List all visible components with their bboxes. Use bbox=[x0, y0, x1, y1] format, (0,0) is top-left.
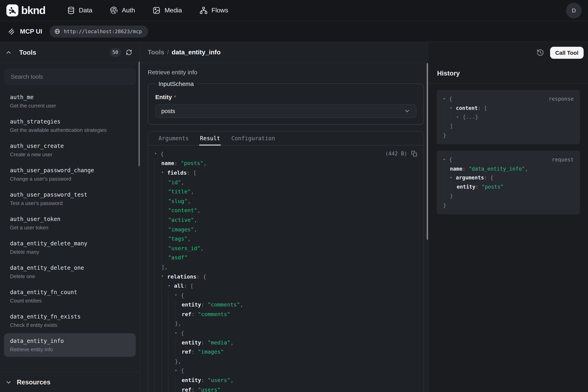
mcp-title: MCP UI bbox=[20, 28, 42, 35]
required-marker: * bbox=[174, 94, 176, 100]
json-punctuation: , bbox=[203, 160, 206, 166]
tool-description: Create a new user bbox=[10, 151, 130, 158]
globe-icon bbox=[54, 28, 60, 34]
collapse-triangle-icon[interactable]: ▾ bbox=[443, 158, 449, 162]
tool-list-item[interactable]: data_entity_infoRetrieve entity info bbox=[4, 333, 136, 357]
json-row: "title", bbox=[148, 187, 423, 196]
result-card: Arguments Result Configuration ▾{(442 B)… bbox=[148, 131, 424, 392]
tool-list-item[interactable]: auth_user_password_changeChange a user's… bbox=[4, 163, 136, 186]
breadcrumb-section[interactable]: Tools bbox=[148, 49, 164, 56]
tool-list-item[interactable]: data_entity_fn_countCount entities bbox=[4, 284, 136, 308]
json-string-value: "data_entity_info" bbox=[469, 166, 525, 172]
collapse-triangle-icon[interactable]: ▾ bbox=[161, 274, 167, 278]
indent-guide bbox=[161, 253, 168, 262]
tool-list-item[interactable]: data_entity_delete_oneDelete one bbox=[4, 260, 136, 284]
tool-list-item[interactable]: auth_user_createCreate a new user bbox=[4, 138, 136, 162]
json-key: name bbox=[161, 160, 174, 166]
json-string-value: "active" bbox=[168, 216, 194, 223]
json-punctuation: { bbox=[181, 368, 184, 374]
nav-item-media[interactable]: Media bbox=[153, 6, 182, 14]
tool-list-item[interactable]: auth_meGet the current user bbox=[4, 90, 136, 113]
indent-guide bbox=[443, 182, 450, 192]
app-window: bknd Data Auth bbox=[0, 0, 588, 392]
resources-section-title: Resources bbox=[17, 378, 50, 386]
tool-name: data_entity_delete_many bbox=[10, 240, 130, 247]
json-punctuation: , bbox=[188, 235, 191, 242]
json-key: arguments bbox=[456, 175, 484, 181]
json-punctuation: : { bbox=[196, 273, 206, 280]
chevron-up-icon[interactable] bbox=[5, 49, 11, 55]
nav-item-data[interactable]: Data bbox=[67, 6, 92, 14]
resources-section-header[interactable]: Resources bbox=[0, 372, 140, 392]
json-punctuation: : bbox=[192, 349, 198, 355]
history-panel: History ▾{response▾content: [▸{...}]}▾{r… bbox=[428, 63, 588, 392]
json-string-value: "users" bbox=[207, 377, 230, 383]
mcp-url: http://localhost:28623/mcp bbox=[64, 28, 142, 34]
tool-list-item[interactable]: data_entity_fn_existsCheck if entity exi… bbox=[4, 309, 136, 332]
json-string-value: "asdf" bbox=[168, 254, 188, 261]
expand-triangle-icon[interactable]: ▸ bbox=[457, 115, 463, 119]
tool-description: Change a user's password bbox=[10, 176, 130, 182]
collapse-triangle-icon[interactable]: ▾ bbox=[450, 106, 456, 110]
tool-list-item[interactable]: auth_user_tokenGet a user token bbox=[4, 212, 136, 235]
history-entry-card-response[interactable]: ▾{response▾content: [▸{...}]} bbox=[437, 90, 580, 144]
indent-guide bbox=[168, 366, 175, 375]
search-input[interactable] bbox=[4, 69, 136, 85]
json-row: entity: "comments", bbox=[148, 300, 423, 309]
main-scrollbar-thumb[interactable] bbox=[427, 63, 428, 240]
indent-guide bbox=[168, 356, 175, 366]
tool-list-item[interactable]: auth_strategiesGet the available authent… bbox=[4, 114, 136, 138]
indent-guide bbox=[155, 281, 161, 290]
collapse-triangle-icon[interactable]: ▾ bbox=[168, 284, 174, 288]
collapse-triangle-icon[interactable]: ▾ bbox=[175, 369, 181, 372]
indent-guide bbox=[161, 309, 168, 319]
indent-guide bbox=[161, 366, 168, 375]
json-row: "asdf" bbox=[148, 253, 423, 262]
history-icon[interactable] bbox=[537, 49, 544, 56]
collapse-triangle-icon[interactable]: ▾ bbox=[450, 176, 456, 180]
brand-logo[interactable]: bknd bbox=[6, 4, 45, 16]
indent-guide bbox=[161, 206, 168, 215]
mcp-bar: MCP UI http://localhost:28623/mcp bbox=[0, 21, 588, 42]
json-string-value: "content" bbox=[168, 207, 197, 214]
primary-nav: Data Auth Media bbox=[67, 6, 228, 14]
json-row: } bbox=[441, 192, 575, 200]
tab-arguments[interactable]: Arguments bbox=[153, 132, 195, 145]
history-entry-card-request[interactable]: ▾{requestname: "data_entity_info",▾argum… bbox=[437, 151, 580, 214]
entity-select[interactable]: posts bbox=[155, 104, 416, 118]
tool-list-item[interactable]: auth_user_password_testTest a user's pas… bbox=[4, 187, 136, 210]
nav-item-flows[interactable]: Flows bbox=[199, 6, 228, 14]
user-avatar[interactable]: D bbox=[566, 2, 582, 18]
collapse-triangle-icon[interactable]: ▾ bbox=[175, 331, 181, 335]
input-schema-fieldset: InputSchema Entity* posts bbox=[148, 80, 424, 125]
json-key: ref bbox=[182, 311, 192, 317]
collapse-triangle-icon[interactable]: ▾ bbox=[161, 171, 167, 174]
json-row: name: "posts", bbox=[148, 158, 423, 168]
json-row: }, bbox=[148, 356, 423, 366]
json-row: entity: "posts" bbox=[441, 182, 575, 192]
json-key: fields bbox=[167, 170, 187, 176]
tool-description: Get a user token bbox=[10, 224, 130, 231]
indent-guide bbox=[450, 182, 457, 192]
copy-icon[interactable] bbox=[411, 151, 417, 157]
collapse-triangle-icon[interactable]: ▾ bbox=[155, 152, 161, 156]
tab-result[interactable]: Result bbox=[195, 132, 226, 145]
call-tool-button[interactable]: Call Tool bbox=[550, 46, 584, 58]
collapse-triangle-icon[interactable]: ▾ bbox=[175, 293, 181, 297]
json-punctuation: : bbox=[174, 160, 181, 166]
sidebar-scrollbar-thumb[interactable] bbox=[139, 62, 140, 166]
mcp-url-pill[interactable]: http://localhost:28623/mcp bbox=[49, 25, 148, 37]
json-punctuation: : bbox=[201, 302, 208, 308]
refresh-icon[interactable] bbox=[126, 49, 132, 56]
tab-configuration[interactable]: Configuration bbox=[226, 132, 281, 145]
nav-item-auth[interactable]: Auth bbox=[110, 6, 135, 14]
json-punctuation: { bbox=[181, 292, 184, 298]
breadcrumb-separator: / bbox=[167, 49, 169, 56]
indent-guide bbox=[161, 215, 168, 224]
breadcrumb-current-tool: data_entity_info bbox=[172, 49, 220, 56]
indent-guide bbox=[175, 309, 182, 319]
collapse-triangle-icon[interactable]: ▾ bbox=[443, 97, 449, 101]
tool-list-item[interactable]: data_entity_delete_manyDelete many bbox=[4, 236, 136, 259]
json-punctuation: : bbox=[462, 166, 469, 172]
input-schema-legend: InputSchema bbox=[156, 80, 196, 87]
